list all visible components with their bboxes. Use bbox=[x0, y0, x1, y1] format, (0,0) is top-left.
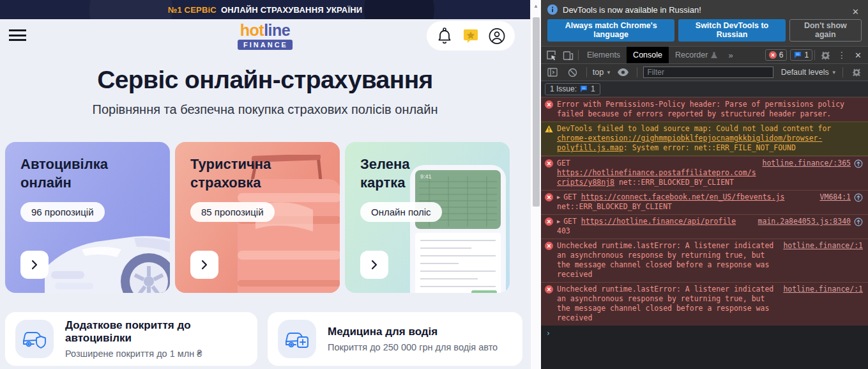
online-policy-badge: Онлайн поліс bbox=[360, 202, 442, 222]
console-message: DevTools failed to load source map: Coul… bbox=[541, 122, 868, 156]
issues-chip[interactable]: 1 Issue: 1 bbox=[545, 83, 600, 95]
hamburger-menu-icon[interactable] bbox=[9, 29, 26, 42]
console-settings-gear-icon[interactable] bbox=[849, 64, 865, 81]
info-card-title: Медицина для водія bbox=[328, 326, 498, 338]
issue-bubble-icon bbox=[580, 85, 588, 93]
info-card-subtitle: Покриття до 250 000 грн для водія авто bbox=[328, 342, 498, 352]
car-medical-icon bbox=[278, 320, 316, 358]
clear-console-icon[interactable] bbox=[564, 64, 580, 81]
profile-icon[interactable] bbox=[489, 27, 505, 44]
console-source-link[interactable]: hotline.finance/:365 bbox=[763, 159, 851, 168]
console-message: Unchecked runtime.lastError: A listener … bbox=[541, 282, 868, 326]
banner-text: ОНЛАЙН СТРАХУВАННЯ УКРАЇНИ bbox=[221, 5, 362, 15]
error-icon bbox=[769, 51, 777, 59]
infobar-close-icon[interactable]: ✕ bbox=[852, 7, 859, 17]
error-icon bbox=[545, 100, 553, 109]
console-message-text: DevTools failed to load source map: Coul… bbox=[557, 124, 863, 153]
card-arrow-button[interactable] bbox=[190, 251, 218, 279]
card-arrow-button[interactable] bbox=[20, 251, 49, 279]
inspect-element-icon[interactable] bbox=[543, 47, 560, 63]
info-card-driver-medicine[interactable]: Медицина для водія Покриття до 250 000 г… bbox=[268, 312, 522, 366]
console-message-text: Unchecked runtime.lastError: A listener … bbox=[557, 285, 778, 323]
experiment-flask-icon bbox=[711, 52, 717, 59]
initiator-icon[interactable] bbox=[854, 193, 863, 202]
eye-icon[interactable] bbox=[615, 64, 631, 81]
device-toolbar-icon[interactable] bbox=[560, 47, 576, 63]
card-travel-insurance[interactable]: Туристичнастраховка 85 пропозицій bbox=[175, 142, 340, 293]
car-shield-icon bbox=[15, 320, 54, 358]
console-prompt[interactable]: › bbox=[541, 326, 868, 342]
logo-text: hotline bbox=[238, 22, 293, 38]
issues-count-badge[interactable]: 1 bbox=[790, 49, 812, 61]
offers-count-badge: 96 пропозицій bbox=[20, 202, 105, 222]
switch-to-russian-button[interactable]: Switch DevTools to Russian bbox=[678, 19, 785, 42]
console-messages: Error with Permissions-Policy header: Pa… bbox=[541, 97, 868, 326]
console-message-text: ▶GET https://connect.facebook.net/en_US/… bbox=[557, 192, 815, 212]
more-tabs-icon[interactable]: » bbox=[724, 51, 737, 60]
console-message: ▶GET https://connect.facebook.net/en_US/… bbox=[541, 190, 868, 214]
console-message-text: GET https://hotlinefinance.postaffiliate… bbox=[557, 159, 758, 187]
console-message-text: ▶GET https://hotline.finance/api/profile… bbox=[557, 217, 753, 236]
console-message-text: Unchecked runtime.lastError: A listener … bbox=[557, 241, 778, 279]
log-levels-selector[interactable]: Default levels▼ bbox=[781, 68, 837, 77]
console-filter-input[interactable] bbox=[643, 67, 773, 78]
console-link[interactable]: https://connect.facebook.net/en_US/fbeve… bbox=[581, 192, 785, 201]
console-sidebar-icon[interactable] bbox=[544, 64, 560, 81]
console-source-link[interactable]: hotline.finance/:1 bbox=[783, 285, 863, 294]
devtools-panel: DevTools is now available in Russian! ✕ … bbox=[541, 0, 868, 369]
card-arrow-button[interactable] bbox=[360, 251, 388, 279]
console-source-link[interactable]: main.2a8e4053.js:8340 bbox=[758, 217, 851, 226]
console-source-link[interactable]: hotline.finance/:1 bbox=[783, 241, 863, 251]
context-selector[interactable]: top▼ bbox=[593, 68, 611, 77]
devtools-infobar: DevTools is now available in Russian! ✕ … bbox=[541, 0, 868, 47]
page-title: Сервіс онлайн-страхування bbox=[0, 66, 530, 94]
card-green-card[interactable]: 9:41 Зеленакартка Онлайн поліс bbox=[345, 142, 510, 293]
hotline-finance-logo[interactable]: hotline FINANCE bbox=[238, 22, 293, 50]
console-message: Unchecked runtime.lastError: A listener … bbox=[541, 239, 868, 282]
console-message: Error with Permissions-Policy header: Pa… bbox=[541, 97, 868, 122]
console-source-link[interactable]: VM684:1 bbox=[820, 192, 851, 202]
notifications-bell-icon[interactable] bbox=[436, 27, 453, 44]
issues-bar: 1 Issue: 1 bbox=[541, 81, 868, 97]
info-card-extra-coverage[interactable]: Додаткове покриття до автоцивілки Розшир… bbox=[5, 312, 257, 366]
error-count-badge[interactable]: 6 bbox=[765, 49, 788, 61]
phone-policy-illustration: 9:41 bbox=[410, 165, 506, 293]
banner-highlight: №1 СЕРВіС bbox=[168, 5, 217, 15]
initiator-icon[interactable] bbox=[854, 159, 863, 168]
devtools-close-icon[interactable]: ✕ bbox=[850, 51, 866, 60]
console-link[interactable]: https://hotline.finance/api/profile bbox=[581, 217, 736, 226]
screen: №1 СЕРВіС ОНЛАЙН СТРАХУВАННЯ УКРАЇНИ hot… bbox=[0, 0, 868, 369]
scrollbar-thumb[interactable] bbox=[533, 17, 540, 207]
initiator-icon[interactable] bbox=[854, 217, 863, 226]
error-icon bbox=[545, 285, 553, 294]
info-card-title: Додаткове покриття до автоцивілки bbox=[65, 319, 257, 345]
expand-arrow-icon[interactable]: ▶ bbox=[557, 217, 560, 226]
infobar-message: DevTools is now available in Russian! bbox=[563, 5, 701, 15]
error-icon bbox=[545, 193, 553, 201]
console-log: Error with Permissions-Policy header: Pa… bbox=[541, 97, 868, 342]
tab-elements[interactable]: Elements bbox=[581, 47, 627, 63]
expand-arrow-icon[interactable]: ▶ bbox=[557, 192, 560, 202]
reviews-star-icon[interactable] bbox=[462, 27, 479, 44]
page-subtitle: Порівняння та безпечна покупка страхових… bbox=[0, 102, 530, 117]
info-card-text: Додаткове покриття до автоцивілки Розшир… bbox=[65, 319, 257, 359]
offers-count-badge: 85 пропозицій bbox=[190, 202, 275, 222]
card-title: Туристичнастраховка bbox=[190, 155, 271, 192]
tab-console[interactable]: Console bbox=[627, 47, 669, 63]
site-scrollbar[interactable]: ▲ bbox=[530, 0, 541, 369]
console-message: GET https://hotlinefinance.postaffiliate… bbox=[541, 156, 868, 190]
promo-banner: №1 СЕРВіС ОНЛАЙН СТРАХУВАННЯ УКРАЇНИ bbox=[0, 0, 530, 19]
chevron-down-icon: ▼ bbox=[606, 70, 611, 75]
tab-recorder[interactable]: Recorder bbox=[669, 47, 724, 63]
card-auto-insurance[interactable]: Автоцивілкаонлайн 96 пропозицій bbox=[5, 142, 170, 293]
error-icon bbox=[545, 217, 553, 226]
info-icon bbox=[547, 4, 558, 15]
phone-time: 9:41 bbox=[420, 173, 432, 180]
match-language-button[interactable]: Always match Chrome's language bbox=[547, 19, 674, 42]
dont-show-again-button[interactable]: Don't show again bbox=[789, 19, 862, 42]
console-toolbar: top▼ Default levels▼ bbox=[541, 64, 868, 81]
settings-gear-icon[interactable] bbox=[817, 47, 834, 63]
logo-finance-badge: FINANCE bbox=[238, 40, 293, 51]
scroll-up-icon[interactable]: ▲ bbox=[531, 0, 541, 9]
devtools-menu-kebab-icon[interactable]: ⋮ bbox=[834, 50, 850, 60]
